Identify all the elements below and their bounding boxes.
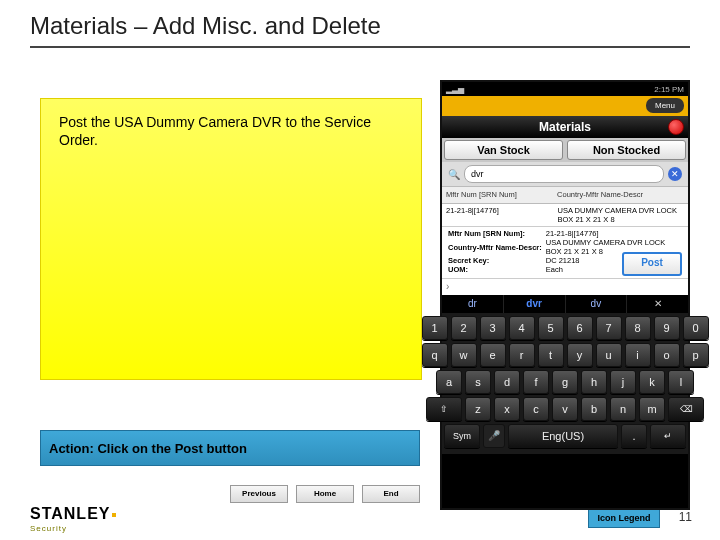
home-button[interactable]: Home <box>296 485 354 503</box>
instruction-box: Post the USA Dummy Camera DVR to the Ser… <box>40 98 422 380</box>
key-f[interactable]: f <box>523 370 549 394</box>
key-q[interactable]: q <box>422 343 448 367</box>
detail-mftr-v: 21-21-8|[14776] <box>544 229 684 238</box>
key-j[interactable]: j <box>610 370 636 394</box>
action-box: Action: Click on the Post button <box>40 430 420 466</box>
key-1[interactable]: 1 <box>422 316 448 340</box>
keyboard: 1 2 3 4 5 6 7 8 9 0 q w e r t y u i o <box>442 313 688 454</box>
key-b[interactable]: b <box>581 397 607 421</box>
suggest-2[interactable]: dvr <box>504 295 566 313</box>
detail-uom-k: UOM: <box>446 265 544 274</box>
key-s[interactable]: s <box>465 370 491 394</box>
signal-icon: ▂▃▅ <box>446 85 464 94</box>
column-headers: Mftr Num [SRN Num] Country-Mftr Name-Des… <box>442 186 688 204</box>
key-period[interactable]: . <box>621 424 647 448</box>
brand-subtitle: Security <box>30 524 67 533</box>
kb-row-4: ⇧ z x c v b n m ⌫ <box>444 397 686 421</box>
page-number: 11 <box>679 510 692 524</box>
key-y[interactable]: y <box>567 343 593 367</box>
key-c[interactable]: c <box>523 397 549 421</box>
key-w[interactable]: w <box>451 343 477 367</box>
key-h[interactable]: h <box>581 370 607 394</box>
menu-button[interactable]: Menu <box>646 98 684 113</box>
key-4[interactable]: 4 <box>509 316 535 340</box>
screen-header: Materials <box>442 116 688 138</box>
keyboard-suggestions: dr dvr dv ✕ <box>442 295 688 313</box>
suggest-1[interactable]: dr <box>442 295 504 313</box>
action-text: Action: Click on the Post button <box>49 441 247 456</box>
post-button[interactable]: Post <box>622 252 682 276</box>
instruction-text: Post the USA Dummy Camera DVR to the Ser… <box>41 99 421 163</box>
close-icon[interactable] <box>668 119 684 135</box>
key-backspace[interactable]: ⌫ <box>668 397 704 421</box>
key-n[interactable]: n <box>610 397 636 421</box>
key-i[interactable]: i <box>625 343 651 367</box>
key-t[interactable]: t <box>538 343 564 367</box>
search-icon: 🔍 <box>448 169 460 180</box>
key-x[interactable]: x <box>494 397 520 421</box>
page-title: Materials – Add Misc. and Delete <box>30 12 381 40</box>
brand-name: STANLEY <box>30 505 110 522</box>
status-time: 2:15 PM <box>654 85 684 94</box>
key-a[interactable]: a <box>436 370 462 394</box>
kb-row-5: Sym 🎤 Eng(US) . ↵ <box>444 424 686 448</box>
title-rule <box>30 46 690 48</box>
tab-non-stocked[interactable]: Non Stocked <box>567 140 686 160</box>
key-k[interactable]: k <box>639 370 665 394</box>
key-enter[interactable]: ↵ <box>650 424 686 448</box>
key-shift[interactable]: ⇧ <box>426 397 462 421</box>
result-row[interactable]: 21-21-8|[14776] USA DUMMY CAMERA DVR LOC… <box>442 204 688 227</box>
row-right: USA DUMMY CAMERA DVR LOCK BOX 21 X 21 X … <box>554 204 689 226</box>
key-u[interactable]: u <box>596 343 622 367</box>
search-input[interactable] <box>464 165 664 183</box>
detail-mftr-k: Mftr Num [SRN Num]: <box>446 229 544 238</box>
phone-mock: ▂▃▅ 2:15 PM Menu Materials Van Stock Non… <box>440 80 690 510</box>
tab-bar: Van Stock Non Stocked <box>442 138 688 162</box>
key-z[interactable]: z <box>465 397 491 421</box>
suggest-close-icon[interactable]: ✕ <box>627 295 688 313</box>
previous-button[interactable]: Previous <box>230 485 288 503</box>
icon-legend-button[interactable]: Icon Legend <box>588 508 660 528</box>
mic-icon[interactable]: 🎤 <box>483 424 505 448</box>
key-space[interactable]: Eng(US) <box>508 424 618 448</box>
brand-dot-icon <box>112 513 116 517</box>
key-5[interactable]: 5 <box>538 316 564 340</box>
end-button[interactable]: End <box>362 485 420 503</box>
key-3[interactable]: 3 <box>480 316 506 340</box>
key-d[interactable]: d <box>494 370 520 394</box>
screen-header-title: Materials <box>539 120 591 134</box>
key-9[interactable]: 9 <box>654 316 680 340</box>
key-2[interactable]: 2 <box>451 316 477 340</box>
details-panel: Mftr Num [SRN Num]: 21-21-8|[14776] Coun… <box>442 227 688 278</box>
detail-secret-k: Secret Key: <box>446 256 544 265</box>
key-l[interactable]: l <box>668 370 694 394</box>
key-g[interactable]: g <box>552 370 578 394</box>
clear-search-icon[interactable]: ✕ <box>668 167 682 181</box>
key-8[interactable]: 8 <box>625 316 651 340</box>
key-p[interactable]: p <box>683 343 709 367</box>
col-right: Country-Mftr Name-Descr <box>553 187 688 203</box>
key-7[interactable]: 7 <box>596 316 622 340</box>
col-left: Mftr Num [SRN Num] <box>442 187 553 203</box>
tab-van-stock[interactable]: Van Stock <box>444 140 563 160</box>
key-e[interactable]: e <box>480 343 506 367</box>
key-r[interactable]: r <box>509 343 535 367</box>
suggest-3[interactable]: dv <box>566 295 628 313</box>
key-m[interactable]: m <box>639 397 665 421</box>
kb-row-3: a s d f g h j k l <box>444 370 686 394</box>
row-left: 21-21-8|[14776] <box>442 204 554 226</box>
brand-logo: STANLEY <box>30 505 116 523</box>
expand-chevron[interactable]: › <box>442 278 688 295</box>
kb-row-2: q w e r t y u i o p <box>444 343 686 367</box>
app-chrome-bar: Menu <box>442 96 688 116</box>
kb-row-1: 1 2 3 4 5 6 7 8 9 0 <box>444 316 686 340</box>
key-0[interactable]: 0 <box>683 316 709 340</box>
key-o[interactable]: o <box>654 343 680 367</box>
detail-cmnd-k: Country-Mftr Name-Descr: <box>446 238 544 256</box>
key-v[interactable]: v <box>552 397 578 421</box>
key-6[interactable]: 6 <box>567 316 593 340</box>
key-sym[interactable]: Sym <box>444 424 480 448</box>
search-row: 🔍 ✕ <box>442 162 688 186</box>
status-bar: ▂▃▅ 2:15 PM <box>442 82 688 96</box>
